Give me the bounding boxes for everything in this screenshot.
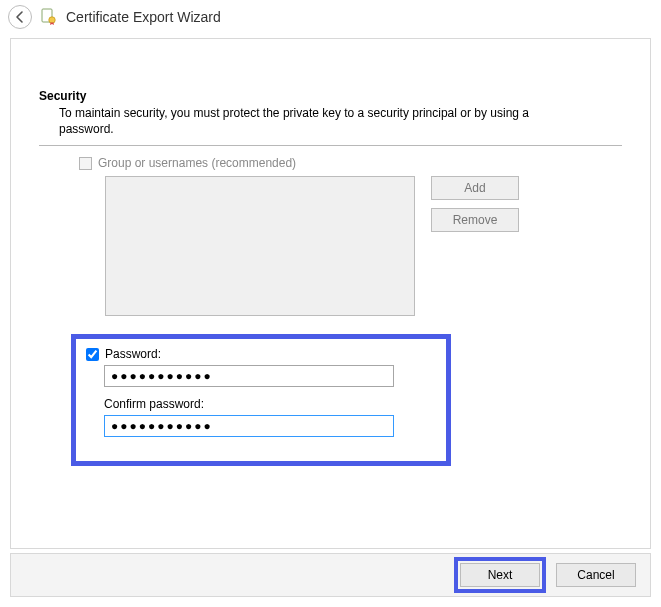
password-input[interactable]	[104, 365, 394, 387]
back-arrow-icon	[13, 10, 27, 24]
remove-button: Remove	[431, 208, 519, 232]
divider	[39, 145, 622, 146]
group-checkbox[interactable]	[79, 157, 92, 170]
group-listbox	[105, 176, 415, 316]
add-button: Add	[431, 176, 519, 200]
password-checkbox[interactable]	[86, 348, 99, 361]
group-checkbox-label: Group or usernames (recommended)	[98, 156, 296, 170]
cancel-button[interactable]: Cancel	[556, 563, 636, 587]
group-button-column: Add Remove	[431, 176, 519, 232]
confirm-password-label: Confirm password:	[104, 397, 436, 411]
section-description: To maintain security, you must protect t…	[59, 105, 579, 137]
group-list-zone: Add Remove	[105, 176, 622, 316]
next-button-highlight: Next	[454, 557, 546, 593]
section-heading: Security	[39, 89, 622, 103]
wizard-footer: Next Cancel	[10, 553, 651, 597]
next-button[interactable]: Next	[460, 563, 540, 587]
group-checkbox-row: Group or usernames (recommended)	[79, 156, 622, 170]
title-bar: Certificate Export Wizard	[0, 0, 661, 34]
certificate-icon	[40, 8, 58, 26]
password-section-highlight: Password: Confirm password:	[71, 334, 451, 466]
confirm-password-input[interactable]	[104, 415, 394, 437]
password-checkbox-row: Password:	[86, 347, 436, 361]
password-checkbox-label: Password:	[105, 347, 161, 361]
back-button[interactable]	[8, 5, 32, 29]
window-title: Certificate Export Wizard	[66, 9, 221, 25]
wizard-body: Security To maintain security, you must …	[10, 38, 651, 549]
svg-point-1	[49, 17, 55, 23]
